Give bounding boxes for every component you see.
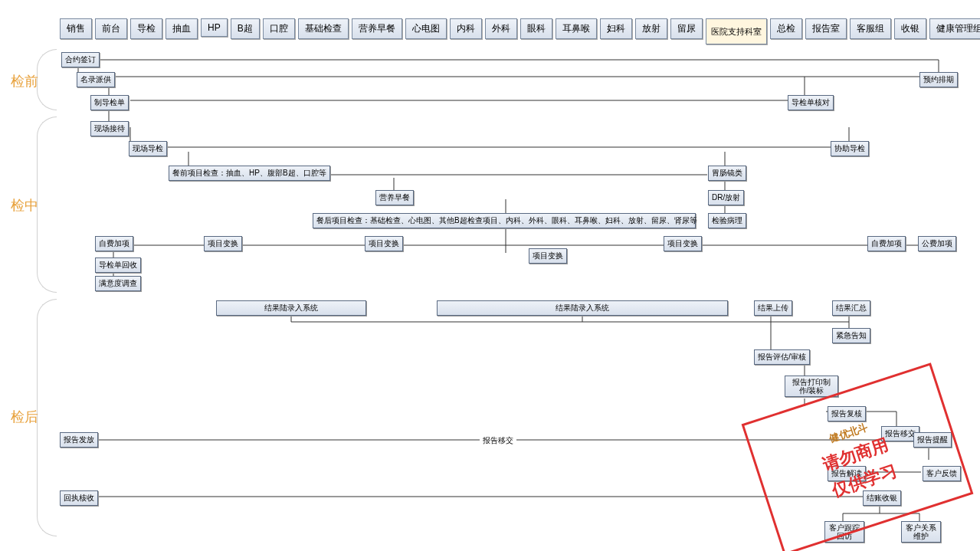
hdr-btn-service[interactable]: 客服组 [850, 18, 891, 39]
node-report-issue: 报告发放 [60, 432, 98, 448]
hdr-btn-urine[interactable]: 留尿 [670, 18, 703, 39]
hdr-btn-cashier[interactable]: 收银 [894, 18, 926, 39]
phase-arc-pre [37, 49, 57, 110]
hdr-btn-surgery[interactable]: 外科 [485, 18, 517, 39]
node-corp-pay-add: 公费加项 [918, 236, 956, 251]
phase-arc-mid [37, 116, 57, 293]
node-change-4: 项目变换 [664, 236, 702, 251]
node-change-1: 项目变换 [204, 236, 242, 251]
node-customer-feedback: 客户反馈 [923, 466, 961, 481]
hdr-btn-report[interactable]: 报告室 [805, 18, 847, 39]
node-report-print: 报告打印制作/装标 [785, 376, 838, 397]
node-onsite-reception: 现场接待 [90, 121, 129, 136]
node-settle-cashier: 结账收银 [863, 490, 901, 506]
node-appointment-schedule: 预约排期 [919, 72, 958, 87]
hdr-btn-eye[interactable]: 眼科 [520, 18, 552, 39]
node-lab-pathology: 检验病理 [708, 213, 746, 228]
hdr-btn-ecg[interactable]: 心电图 [405, 18, 447, 39]
node-pre-meal-checks: 餐前项目检查：抽血、HP、腹部B超、口腔等 [169, 166, 330, 181]
hdr-btn-dental[interactable]: 口腔 [263, 18, 295, 39]
node-change-2: 项目变换 [365, 236, 403, 251]
hdr-btn-hp[interactable]: HP [201, 18, 228, 37]
hdr-btn-guide[interactable]: 导检 [130, 18, 162, 39]
node-follow-up: 客户跟踪回访 [824, 521, 864, 543]
hdr-btn-breakfast[interactable]: 营养早餐 [352, 18, 402, 39]
node-gi-endoscopy: 胃肠镜类 [708, 166, 746, 181]
node-breakfast: 营养早餐 [375, 190, 414, 205]
node-self-pay-add-left: 自费加项 [95, 236, 133, 251]
node-onsite-guide: 现场导检 [129, 141, 167, 156]
hdr-btn-internal[interactable]: 内科 [450, 18, 482, 39]
node-self-pay-add-right: 自费加项 [867, 236, 906, 251]
node-make-guide-sheet: 制导检单 [90, 95, 129, 110]
node-verify-guide-sheet: 导检单核对 [788, 95, 834, 110]
node-result-entry-1: 结果陆录入系统 [216, 300, 366, 316]
node-dr-radio: DR/放射 [708, 190, 744, 205]
phase-label-mid: 检中 [11, 196, 38, 215]
node-roster-supply: 名录派供 [77, 72, 115, 87]
phase-label-pre: 检前 [11, 72, 38, 90]
node-result-summary: 结果汇总 [832, 300, 870, 316]
node-receipt-collect: 回执核收 [60, 490, 98, 506]
hdr-btn-general[interactable]: 总检 [770, 18, 802, 39]
node-report-recheck: 报告复核 [828, 406, 866, 421]
node-change-3: 项目变换 [529, 248, 567, 264]
hdr-btn-basic[interactable]: 基础检查 [298, 18, 349, 39]
node-report-remind: 报告提醒 [913, 432, 952, 448]
hdr-btn-blood[interactable]: 抽血 [166, 18, 198, 39]
phase-label-post: 检后 [11, 408, 38, 426]
hdr-btn-ent[interactable]: 耳鼻喉 [556, 18, 597, 39]
node-report-review: 报告评估/审核 [754, 349, 810, 365]
hdr-btn-radio[interactable]: 放射 [635, 18, 667, 39]
node-result-upload: 结果上传 [754, 300, 792, 316]
hdr-btn-gyn[interactable]: 妇科 [600, 18, 632, 39]
department-header: 销售 前台 导检 抽血 HP B超 口腔 基础检查 营养早餐 心电图 内科 外科… [60, 18, 980, 44]
node-report-handover-label: 报告移交 [480, 434, 516, 448]
node-post-meal-checks: 餐后项目检查：基础检查、心电图、其他B超检查项目、内科、外科、眼科、耳鼻喉、妇科… [313, 213, 696, 228]
node-result-entry-2: 结果陆录入系统 [437, 300, 728, 316]
node-crm-maintain: 客户关系维护 [901, 521, 941, 543]
hdr-btn-health-mgmt[interactable]: 健康管理组 [929, 18, 980, 39]
node-satisfaction-survey: 满意度调查 [95, 276, 141, 291]
hdr-btn-sales[interactable]: 销售 [60, 18, 92, 39]
node-assist-guide: 协助导检 [831, 141, 869, 156]
hdr-btn-front[interactable]: 前台 [95, 18, 127, 39]
phase-arc-post [37, 299, 57, 536]
hdr-btn-hospital-support[interactable]: 医院支持科室 [706, 18, 767, 44]
node-urgent-notify: 紧急告知 [832, 328, 870, 343]
watermark-logo: 健优北斗 [828, 420, 870, 445]
node-report-interpret: 报告解读 [828, 466, 866, 481]
node-contract-sign: 合约签订 [61, 52, 100, 67]
hdr-btn-bscan[interactable]: B超 [231, 18, 260, 39]
node-guide-sheet-collect: 导检单回收 [95, 257, 141, 273]
